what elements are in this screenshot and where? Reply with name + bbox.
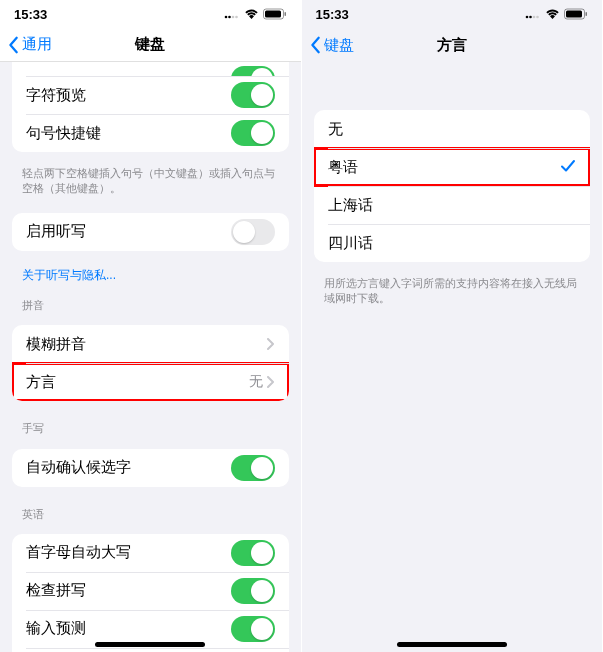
row-dialect[interactable]: 方言 无 (12, 363, 289, 401)
status-bar: 15:33 (0, 0, 301, 28)
back-label: 键盘 (324, 36, 354, 55)
row-auto-confirm[interactable]: 自动确认候选字 (12, 449, 289, 487)
cellular-icon (224, 9, 240, 19)
svg-point-2 (231, 16, 234, 19)
svg-point-10 (536, 16, 539, 19)
battery-icon (564, 8, 588, 20)
toggle-predictive[interactable] (231, 616, 275, 642)
toggle-dictation[interactable] (231, 219, 275, 245)
nav-bar: 通用 键盘 (0, 28, 301, 62)
group-english: 首字母自动大写 检查拼写 输入预测 滑行键入时逐词删除 (12, 534, 289, 652)
label-auto-confirm: 自动确认候选字 (26, 458, 231, 477)
toggle-auto-cap[interactable] (231, 540, 275, 566)
svg-point-3 (235, 16, 238, 19)
header-pinyin: 拼音 (0, 288, 301, 315)
svg-point-0 (224, 16, 227, 19)
svg-rect-12 (566, 11, 582, 18)
checkmark-icon (560, 158, 576, 177)
chevron-right-icon (267, 376, 275, 388)
status-time: 15:33 (14, 7, 47, 22)
back-button[interactable]: 键盘 (310, 36, 354, 55)
svg-point-9 (533, 16, 536, 19)
option-cantonese[interactable]: 粤语 (314, 148, 591, 186)
toggle-period-shortcut[interactable] (231, 120, 275, 146)
option-sichuanese[interactable]: 四川话 (314, 224, 591, 262)
row-partial[interactable] (12, 62, 289, 76)
header-english: 英语 (0, 497, 301, 524)
nav-bar: 键盘 方言 (302, 28, 603, 62)
svg-point-7 (526, 16, 529, 19)
row-slide-delete[interactable]: 滑行键入时逐词删除 (12, 648, 289, 652)
svg-rect-5 (265, 11, 281, 18)
toggle-auto-confirm[interactable] (231, 455, 275, 481)
label-predictive: 输入预测 (26, 619, 231, 638)
svg-rect-13 (586, 12, 588, 16)
label-enable-dictation: 启用听写 (26, 222, 231, 241)
row-check-spelling[interactable]: 检查拼写 (12, 572, 289, 610)
group-toggles-1: 字符预览 句号快捷键 (12, 62, 289, 152)
home-indicator[interactable] (397, 642, 507, 647)
group-handwriting: 自动确认候选字 (12, 449, 289, 487)
svg-point-8 (529, 16, 532, 19)
svg-rect-6 (284, 12, 286, 16)
toggle-check-spelling[interactable] (231, 578, 275, 604)
label-sichuanese: 四川话 (328, 234, 577, 253)
cellular-icon (525, 9, 541, 19)
status-bar: 15:33 (302, 0, 603, 28)
option-none[interactable]: 无 (314, 110, 591, 148)
label-check-spelling: 检查拼写 (26, 581, 231, 600)
label-cantonese: 粤语 (328, 158, 561, 177)
option-shanghainese[interactable]: 上海话 (314, 186, 591, 224)
status-icons (525, 8, 588, 20)
group-dictation: 启用听写 (12, 213, 289, 251)
svg-point-1 (228, 16, 231, 19)
chevron-left-icon (8, 36, 20, 54)
label-shanghainese: 上海话 (328, 196, 577, 215)
group-dialects: 无 粤语 上海话 四川话 (314, 110, 591, 262)
header-handwriting: 手写 (0, 411, 301, 438)
link-dictation-privacy[interactable]: 关于听写与隐私... (0, 261, 301, 288)
footer-dialect: 用所选方言键入字词所需的支持内容将在接入无线局域网时下载。 (302, 272, 603, 313)
footer-period: 轻点两下空格键插入句号（中文键盘）或插入句点与空格（其他键盘）。 (0, 162, 301, 203)
toggle-char-preview[interactable] (231, 82, 275, 108)
label-fuzzy-pinyin: 模糊拼音 (26, 335, 267, 354)
row-period-shortcut[interactable]: 句号快捷键 (12, 114, 289, 152)
label-none: 无 (328, 120, 577, 139)
chevron-right-icon (267, 338, 275, 350)
back-button[interactable]: 通用 (8, 35, 52, 54)
toggle[interactable] (231, 66, 275, 76)
value-dialect: 无 (249, 373, 263, 391)
row-enable-dictation[interactable]: 启用听写 (12, 213, 289, 251)
status-icons (224, 8, 287, 20)
status-time: 15:33 (316, 7, 349, 22)
row-fuzzy-pinyin[interactable]: 模糊拼音 (12, 325, 289, 363)
chevron-left-icon (310, 36, 322, 54)
group-pinyin: 模糊拼音 方言 无 (12, 325, 289, 401)
row-char-preview[interactable]: 字符预览 (12, 76, 289, 114)
label-period-shortcut: 句号快捷键 (26, 124, 231, 143)
wifi-icon (545, 9, 560, 20)
label-char-preview: 字符预览 (26, 86, 231, 105)
home-indicator[interactable] (95, 642, 205, 647)
wifi-icon (244, 9, 259, 20)
label-auto-cap: 首字母自动大写 (26, 543, 231, 562)
label-dialect: 方言 (26, 373, 249, 392)
battery-icon (263, 8, 287, 20)
back-label: 通用 (22, 35, 52, 54)
row-auto-cap[interactable]: 首字母自动大写 (12, 534, 289, 572)
